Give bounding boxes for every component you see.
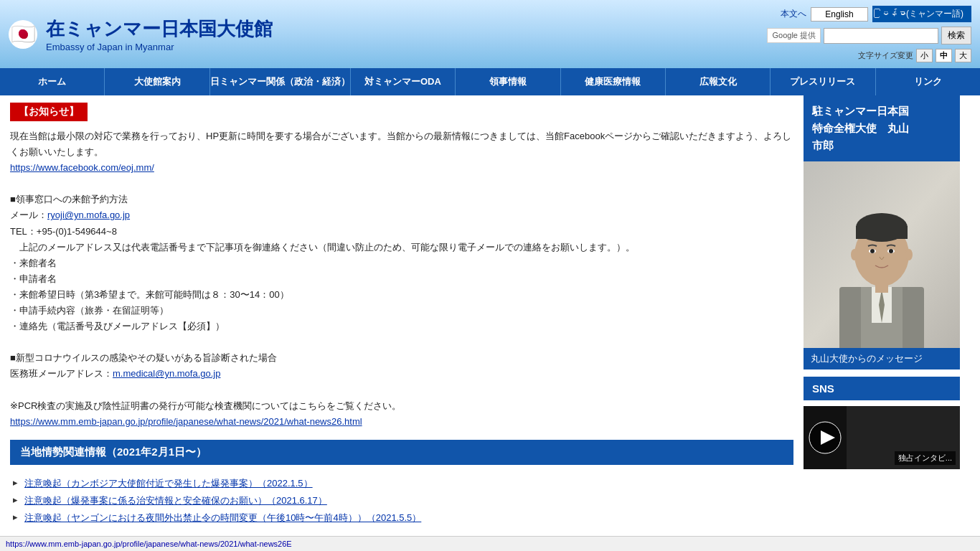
sidebar: 駐ミャンマー日本国特命全権大使 丸山市郎	[804, 95, 960, 538]
fontsize-medium-button[interactable]: 中	[936, 49, 952, 62]
ambassador-title-text: 駐ミャンマー日本国特命全権大使 丸山市郎	[812, 105, 909, 151]
mail-label: メール：	[10, 209, 47, 220]
notice-body: 現在当館は最小限の対応で業務を行っており、HP更新に時間を要する場合がございます…	[10, 128, 793, 160]
honbun-link[interactable]: 本文へ	[781, 8, 806, 20]
pcr-text: ※PCR検査の実施及び陰性証明書の発行が可能な検査機関についてはこちらをご覧くだ…	[10, 398, 793, 414]
ambassador-photo	[804, 161, 960, 348]
pcr-link[interactable]: https://www.mm.emb-japan.go.jp/profile/j…	[10, 416, 362, 427]
nav-item-jp-myanmar-relations[interactable]: 日ミャンマー関係（政治・経済）	[210, 68, 351, 95]
notice-body-text: 現在当館は最小限の対応で業務を行っており、HP更新に時間を要する場合がございます…	[10, 128, 793, 430]
facebook-link[interactable]: https://www.facebook.com/eoj.mm/	[10, 162, 154, 173]
local-info-links-list: 注意喚起（カンボジア大使館付近で発生した爆発事案）（2022.1.5） 注意喚起…	[10, 471, 793, 531]
fontsize-large-button[interactable]: 大	[955, 49, 971, 62]
local-info-link-2[interactable]: 注意喚起（爆発事案に係る治安情報と安全確保のお願い）（2021.6.17）	[24, 495, 327, 506]
mail-label-line: メール：ryoji@yn.mofa.go.jp	[10, 207, 793, 223]
local-info-link-3[interactable]: 注意喚起（ヤンゴンにおける夜間外出禁止令の時間変更（午後10時〜午前4時））（2…	[24, 512, 421, 523]
ambassador-title-box: 駐ミャンマー日本国特命全権大使 丸山市郎	[804, 95, 960, 161]
nav-item-consular[interactable]: 領事情報	[456, 68, 560, 95]
covid-label: 医務班メールアドレス：	[10, 368, 113, 379]
list-item: 注意喚起（ヤンゴンにおける夜間外出禁止令の時間変更（午後10時〜午前4時））（2…	[10, 509, 793, 527]
visit-items-list: ・来館者名 ・申請者名 ・来館希望日時（第3希望まで。来館可能時間は８：30〜1…	[10, 255, 793, 334]
video-label-text: 独占インタビ...	[895, 451, 956, 465]
list-item: 注意喚起（爆発事案に係る治安情報と安全確保のお願い）（2021.6.17）	[10, 492, 793, 509]
ambassador-photo-svg	[804, 161, 960, 348]
notice-badge: 【お知らせ】	[10, 103, 88, 121]
consular-heading: ■領事窓口への来館予約方法	[10, 192, 793, 207]
covid-email-line: 医務班メールアドレス：m.medical@yn.mofa.go.jp	[10, 366, 793, 382]
local-info-section-title: 当地情勢関連情報（2021年2月1日〜）	[10, 440, 793, 465]
nav-item-health[interactable]: 健康医療情報	[561, 68, 666, 95]
nav-item-pressrelease[interactable]: プレスリリース	[771, 68, 875, 95]
svg-point-12	[889, 249, 893, 253]
ambassador-message-link[interactable]: 丸山大使からのメッセージ	[804, 348, 960, 369]
japan-flag-icon: 🇯🇵	[9, 20, 37, 49]
covid-heading: ■新型コロナウイルスの感染やその疑いがある旨診断された場合	[10, 350, 793, 366]
main-navigation: ホーム 大使館案内 日ミャンマー関係（政治・経済） 対ミャンマーODA 領事情報…	[0, 68, 980, 95]
search-input[interactable]	[824, 28, 938, 44]
svg-point-13	[851, 249, 858, 260]
visit-item-3: ・来館希望日時（第3希望まで。来館可能時間は８：30〜14：00）	[10, 287, 793, 303]
list-item: 注意喚起（カンボジア大使館付近で発生した爆発事案）（2022.1.5）	[10, 475, 793, 492]
nav-item-links[interactable]: リンク	[876, 68, 980, 95]
visit-item-5: ・連絡先（電話番号及びメールアドレス【必須】）	[10, 319, 793, 334]
fontsize-row: 文字サイズ変更 小 中 大	[858, 49, 971, 62]
fontsize-label: 文字サイズ変更	[858, 50, 913, 61]
search-button[interactable]: 検索	[941, 27, 971, 44]
google-label: Google 提供	[767, 28, 821, 43]
visit-item-2: ・申請者名	[10, 271, 793, 287]
nav-item-oda[interactable]: 対ミャンマーODA	[351, 68, 456, 95]
visit-item-1: ・来館者名	[10, 255, 793, 271]
search-row: Google 提供 検索	[767, 27, 971, 44]
status-bar: https://www.mm.emb-japan.go.jp/profile/j…	[0, 536, 980, 538]
main-content-area: 【お知らせ】 現在当館は最小限の対応で業務を行っており、HP更新に時間を要する場…	[0, 95, 980, 538]
svg-rect-8	[856, 226, 908, 239]
visit-item-4: ・申請手続内容（旅券・在留証明等）	[10, 303, 793, 319]
mail-address-link[interactable]: ryoji@yn.mofa.go.jp	[47, 209, 130, 220]
instruction-text: 上記のメールアドレス又は代表電話番号まで下記事項を御連絡ください（間違い防止のた…	[10, 240, 793, 255]
english-button[interactable]: English	[811, 7, 868, 22]
covid-email-link[interactable]: m.medical@yn.mofa.go.jp	[113, 368, 220, 379]
svg-point-11	[870, 249, 875, 253]
notice-badge-wrapper: 【お知らせ】	[10, 103, 793, 128]
language-row: 本文へ English မြန်မာ(ミャンマー語)	[781, 6, 971, 22]
fontsize-small-button[interactable]: 小	[916, 49, 933, 62]
nav-item-home[interactable]: ホーム	[0, 68, 105, 95]
header-left: 🇯🇵 在ミャンマー日本国大使館 Embassy of Japan in Myan…	[9, 17, 273, 52]
sidebar-video-thumbnail[interactable]: 独占インタビ...	[804, 406, 960, 469]
header-right: 本文へ English မြန်မာ(ミャンマー語) Google 提供 検索 …	[767, 6, 971, 62]
site-title-english: Embassy of Japan in Myanmar	[46, 42, 273, 52]
local-info-link-1[interactable]: 注意喚起（カンボジア大使館付近で発生した爆発事案）（2022.1.5）	[24, 478, 313, 489]
site-header: 🇯🇵 在ミャンマー日本国大使館 Embassy of Japan in Myan…	[0, 0, 980, 68]
nav-item-culture[interactable]: 広報文化	[666, 68, 771, 95]
sns-section-title: SNS	[804, 377, 960, 400]
svg-point-14	[905, 249, 913, 260]
myanmar-button[interactable]: မြန်မာ(ミャンマー語)	[872, 6, 971, 22]
tel-line: TEL：+95-(0)1-549644~8	[10, 224, 793, 240]
nav-item-embassy[interactable]: 大使館案内	[105, 68, 209, 95]
main-content: 【お知らせ】 現在当館は最小限の対応で業務を行っており、HP更新に時間を要する場…	[0, 95, 804, 538]
site-title-japanese: 在ミャンマー日本国大使館	[46, 17, 273, 42]
